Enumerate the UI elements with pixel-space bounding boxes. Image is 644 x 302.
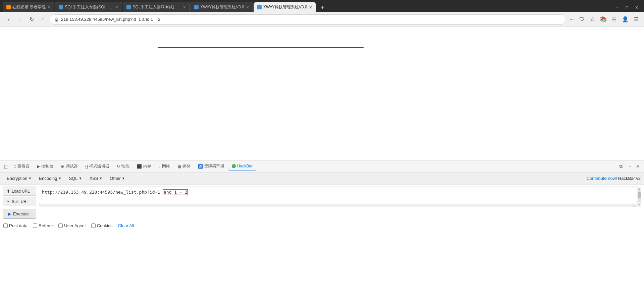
- network-icon: ↕: [159, 164, 161, 169]
- url-text-area[interactable]: http://219.153.49.228:44595/new_list.php…: [39, 187, 641, 204]
- devtools-tab-memory[interactable]: ⬛ 内存: [133, 162, 155, 170]
- tab-3[interactable]: SQL手工注入漏洞测试(MySQ... ✕: [123, 2, 190, 12]
- checkbox-post-data[interactable]: Post data: [3, 223, 28, 228]
- hackbar-tab-label: HackBar: [237, 164, 253, 168]
- devtools-inspector-icon[interactable]: ⬚: [3, 162, 10, 170]
- menu-xss[interactable]: XSS ▼: [86, 174, 106, 182]
- inspector-label: 查看器: [17, 163, 30, 169]
- devtools-tab-storage[interactable]: ▦ 存储: [174, 162, 194, 170]
- bookmark-icon[interactable]: ☆: [589, 15, 596, 24]
- split-url-button[interactable]: ✂ Split URL: [3, 197, 36, 206]
- post-data-checkbox[interactable]: [3, 223, 8, 228]
- devtools-copy-icon[interactable]: ⧉: [618, 162, 624, 170]
- url-highlight-text: and 1 = 2: [164, 190, 187, 195]
- library-icon[interactable]: 📚: [599, 15, 608, 24]
- scroll-up-icon[interactable]: ▲: [638, 187, 641, 190]
- clear-all-button[interactable]: Clear All: [118, 223, 134, 228]
- hackbar-version-label: HackBar v2: [618, 176, 641, 181]
- memory-icon: ⬛: [137, 164, 142, 169]
- new-tab-button[interactable]: +: [318, 3, 327, 12]
- tab-label-1: 在线靶场 墨者学院: [12, 4, 46, 10]
- home-button[interactable]: ⌂: [38, 15, 48, 24]
- perf-icon: ↻: [117, 164, 120, 169]
- devtools-tab-debugger[interactable]: ⚙ 调试器: [57, 162, 81, 170]
- devtools-tab-perf[interactable]: ↻ 性能: [113, 162, 133, 170]
- account-icon[interactable]: 👤: [621, 15, 630, 24]
- tab-label-5: XWAY科技管理系统V3.0: [263, 4, 307, 10]
- user-agent-checkbox[interactable]: [58, 223, 63, 228]
- scroll-thumb[interactable]: [638, 192, 641, 198]
- hackbar-url-box: http://219.153.49.228:44595/new_list.php…: [39, 187, 641, 207]
- sql-arrow: ▼: [78, 177, 82, 180]
- tab-4[interactable]: XWAY科技管理系统V3.0 ✕: [191, 2, 253, 12]
- clear-all-label: Clear All: [118, 223, 134, 228]
- style-icon: {}: [85, 164, 88, 169]
- checkbox-referer[interactable]: Referer: [33, 223, 53, 228]
- tab-close-5[interactable]: ✕: [309, 5, 312, 10]
- maximize-button[interactable]: □: [623, 4, 631, 11]
- devtools-tab-style[interactable]: {} 样式编辑器: [82, 162, 113, 170]
- hackbar-left-buttons: ⬆ Load URL ✂ Split URL ▶ Execute: [3, 187, 36, 219]
- reload-button[interactable]: ↻: [27, 15, 36, 24]
- tab-favicon-5: [257, 5, 262, 9]
- tab-close-2[interactable]: ✕: [115, 5, 118, 10]
- hackbar-menu-row: Encryption ▼ Encoding ▼ SQL ▼ XSS ▼ Othe…: [0, 172, 644, 185]
- tab-5[interactable]: XWAY科技管理系统V3.0 ✕: [254, 2, 316, 12]
- pocket-icon[interactable]: 🛡: [578, 15, 586, 24]
- devtools-more-icon[interactable]: ···: [626, 162, 633, 170]
- storage-label: 存储: [182, 163, 191, 169]
- menu-icon[interactable]: ☰: [633, 15, 640, 24]
- tab-close-1[interactable]: ✕: [47, 5, 51, 10]
- devtools-close-icon[interactable]: ✕: [635, 162, 641, 170]
- address-bar[interactable]: 🔒 219.153.49.228:44595/new_list.php?id=1…: [50, 14, 566, 24]
- contribute-now-label: Contribute now!: [587, 176, 617, 181]
- checkbox-cookies[interactable]: Cookies: [91, 223, 113, 228]
- tab-close-3[interactable]: ✕: [183, 5, 186, 10]
- minimize-button[interactable]: ─: [613, 4, 622, 11]
- menu-sql[interactable]: SQL ▼: [65, 174, 85, 182]
- execute-button[interactable]: ▶ Execute: [3, 209, 36, 219]
- tab-close-4[interactable]: ✕: [246, 5, 249, 10]
- devtools-tab-console[interactable]: ▶ 控制台: [34, 162, 57, 170]
- devtools-tab-inspector[interactable]: □ 查看器: [10, 162, 33, 170]
- devtools-tab-network[interactable]: ↕ 网络: [155, 162, 173, 170]
- menu-other[interactable]: Other ▼: [106, 174, 128, 182]
- tab-1[interactable]: 在线靶场 墨者学院 ✕: [3, 2, 54, 12]
- address-text: 219.153.49.228:44595/new_list.php?id=1 a…: [61, 17, 562, 22]
- accessibility-label: 无障碍环境: [204, 163, 224, 169]
- other-arrow: ▼: [122, 177, 125, 180]
- more-icon[interactable]: ···: [568, 15, 575, 24]
- encoding-arrow: ▼: [58, 177, 62, 180]
- load-url-button[interactable]: ⬆ Load URL: [3, 187, 36, 196]
- encoding-label: Encoding: [39, 176, 57, 181]
- menu-encoding[interactable]: Encoding ▼: [36, 174, 65, 182]
- forward-button[interactable]: ›: [15, 15, 25, 24]
- debugger-icon: ⚙: [61, 164, 64, 169]
- red-line: [158, 47, 364, 48]
- contribute-link[interactable]: Contribute now! HackBar v2: [587, 176, 641, 181]
- url-scrollbar[interactable]: ▲ ▼: [637, 187, 641, 207]
- close-button[interactable]: ✕: [632, 4, 641, 11]
- devtools-tab-hackbar[interactable]: HackBar: [228, 162, 256, 170]
- sidebar-toggle-icon[interactable]: ⊟: [611, 15, 618, 24]
- scroll-down-icon[interactable]: ▼: [638, 203, 641, 206]
- cookies-checkbox[interactable]: [91, 223, 96, 228]
- back-button[interactable]: ‹: [4, 15, 13, 24]
- devtools-tab-accessibility[interactable]: ♿ 无障碍环境: [195, 162, 228, 170]
- execute-icon: ▶: [8, 211, 11, 216]
- resize-handle[interactable]: ⤡: [39, 204, 641, 207]
- perf-label: 性能: [121, 163, 129, 169]
- split-url-label: Split URL: [12, 199, 29, 204]
- tab-2[interactable]: SQL手工注入专题(SQL Inject... ✕: [55, 2, 122, 12]
- devtools-tab-bar: ⬚ □ 查看器 ▶ 控制台 ⚙ 调试器 {} 样式编辑器 ↻ 性能 ⬛ 内存 ↕…: [0, 160, 644, 172]
- menu-encryption[interactable]: Encryption ▼: [3, 174, 35, 182]
- checkbox-user-agent[interactable]: User Agent: [58, 223, 86, 228]
- load-url-label: Load URL: [12, 189, 30, 194]
- hackbar-bottom-row: Post data Referer User Agent Cookies Cle…: [0, 221, 644, 230]
- url-before-highlight: http://219.153.49.228:44595/new_list.php…: [42, 190, 163, 195]
- referer-checkbox[interactable]: [33, 223, 37, 228]
- load-url-icon: ⬆: [6, 189, 10, 194]
- tab-label-2: SQL手工注入专题(SQL Inject...: [65, 4, 113, 10]
- style-label: 样式编辑器: [89, 163, 109, 169]
- console-icon: ▶: [37, 164, 40, 169]
